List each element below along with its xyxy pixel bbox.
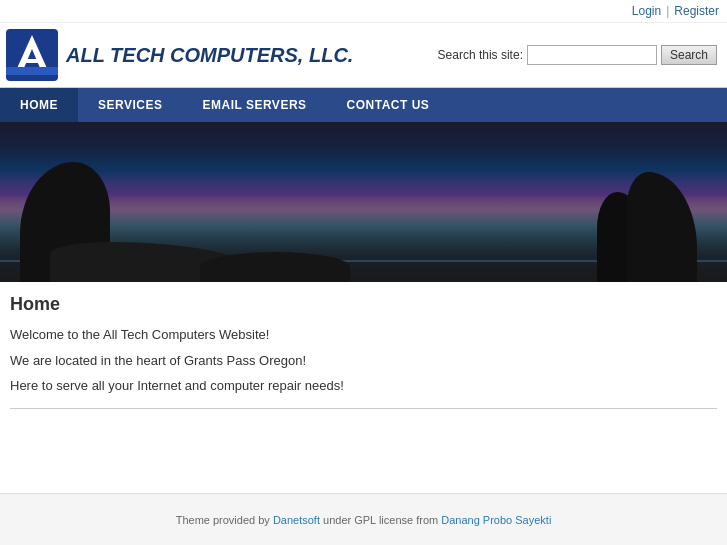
register-link[interactable]: Register xyxy=(674,4,719,18)
nav-item-home[interactable]: HOME xyxy=(0,88,78,122)
login-link[interactable]: Login xyxy=(632,4,661,18)
separator: | xyxy=(666,4,669,18)
header: ALL TECH COMPUTERS, LLC. Search this sit… xyxy=(0,23,727,88)
footer-provider-link[interactable]: Danetsoft xyxy=(273,514,320,526)
footer-license-text: under GPL license from xyxy=(320,514,441,526)
nav: HOME SERVICES EMAIL SERVERS CONTACT US xyxy=(0,88,727,122)
site-title: ALL TECH COMPUTERS, LLC. xyxy=(66,44,353,67)
svg-rect-3 xyxy=(6,67,58,75)
svg-rect-2 xyxy=(23,59,41,63)
logo-area: ALL TECH COMPUTERS, LLC. xyxy=(6,29,353,81)
rock-right xyxy=(627,172,697,282)
footer-theme-text: Theme provided by xyxy=(176,514,273,526)
footer-author-link[interactable]: Danang Probo Sayekti xyxy=(441,514,551,526)
nav-item-services[interactable]: SERVICES xyxy=(78,88,182,122)
hero-image xyxy=(0,122,727,282)
search-area: Search this site: Search xyxy=(438,45,717,65)
paragraph-1: Welcome to the All Tech Computers Websit… xyxy=(10,325,717,345)
search-input[interactable] xyxy=(527,45,657,65)
content-divider xyxy=(10,408,717,409)
logo-icon xyxy=(6,29,58,81)
paragraph-2: We are located in the heart of Grants Pa… xyxy=(10,351,717,371)
nav-item-contact-us[interactable]: CONTACT US xyxy=(327,88,450,122)
nav-item-email-servers[interactable]: EMAIL SERVERS xyxy=(182,88,326,122)
rock-mid2 xyxy=(200,252,350,282)
main-content: Home Welcome to the All Tech Computers W… xyxy=(0,282,727,433)
page-heading: Home xyxy=(10,294,717,315)
search-label: Search this site: xyxy=(438,48,523,62)
paragraph-3: Here to serve all your Internet and comp… xyxy=(10,376,717,396)
search-button[interactable]: Search xyxy=(661,45,717,65)
footer: Theme provided by Danetsoft under GPL li… xyxy=(0,493,727,546)
top-bar: Login | Register xyxy=(0,0,727,23)
